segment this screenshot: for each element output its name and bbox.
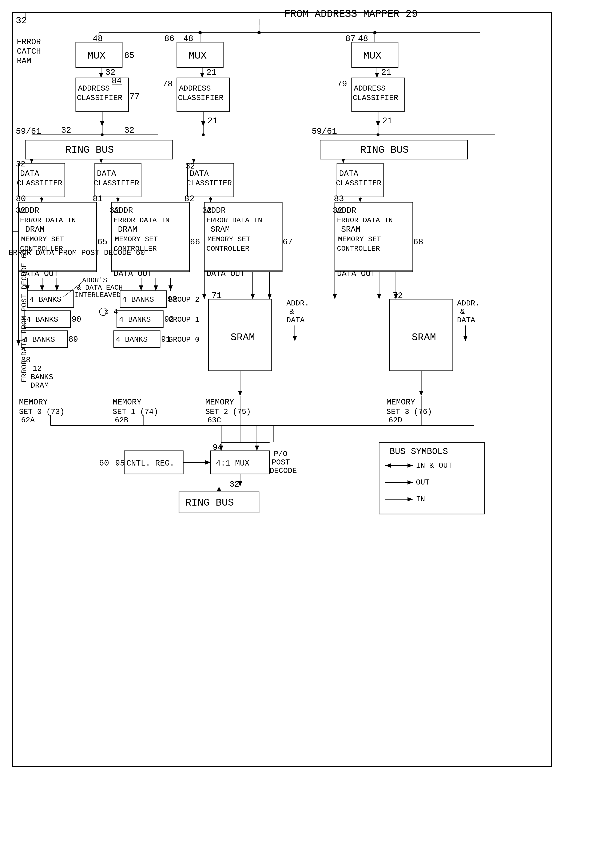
svg-text:32: 32 — [16, 160, 25, 169]
svg-text:GROUP 0: GROUP 0 — [169, 335, 199, 344]
svg-text:MEMORY SET: MEMORY SET — [208, 235, 250, 243]
svg-text:MEMORY: MEMORY — [113, 398, 142, 407]
error-catch-ram: ERROR — [17, 37, 41, 46]
svg-text:MEMORY: MEMORY — [19, 398, 48, 407]
svg-text:4 BANKS: 4 BANKS — [116, 335, 148, 344]
svg-text:4:1 MUX: 4:1 MUX — [216, 459, 250, 468]
svg-text:ERROR DATA IN: ERROR DATA IN — [337, 216, 393, 224]
svg-text:4 BANKS: 4 BANKS — [119, 315, 151, 324]
svg-text:48: 48 — [358, 34, 368, 43]
svg-text:DATA: DATA — [20, 169, 39, 178]
svg-text:21: 21 — [206, 68, 217, 77]
mux-85-label: MUX — [87, 50, 106, 61]
svg-text:&: & — [460, 308, 465, 316]
mux-86-label: MUX — [188, 50, 206, 61]
svg-text:78: 78 — [163, 79, 173, 89]
mux-87-label: MUX — [363, 50, 381, 61]
svg-text:MEMORY SET: MEMORY SET — [338, 235, 381, 243]
svg-text:32: 32 — [185, 162, 195, 171]
svg-text:DRAM: DRAM — [25, 225, 45, 234]
svg-text:DATA: DATA — [286, 316, 305, 325]
svg-point-55 — [202, 133, 205, 136]
svg-text:SRAM: SRAM — [412, 332, 436, 343]
svg-text:CLASSIFIER: CLASSIFIER — [17, 179, 62, 188]
svg-text:62A: 62A — [21, 416, 35, 425]
svg-text:12: 12 — [33, 364, 42, 373]
svg-text:ADDR.: ADDR. — [457, 299, 480, 308]
svg-text:65: 65 — [97, 237, 108, 247]
svg-text:ERROR DATA FROM POST DECODE 60: ERROR DATA FROM POST DECODE 60 — [8, 248, 145, 257]
svg-text:21: 21 — [208, 116, 218, 126]
svg-text:RING BUS: RING BUS — [360, 144, 408, 156]
svg-text:4 BANKS: 4 BANKS — [30, 295, 61, 304]
svg-text:DATA: DATA — [457, 316, 475, 325]
svg-text:32: 32 — [16, 206, 25, 215]
svg-text:& DATA EACH: & DATA EACH — [77, 284, 123, 292]
svg-text:MEMORY SET: MEMORY SET — [115, 235, 158, 243]
svg-text:SRAM: SRAM — [211, 225, 230, 234]
svg-text:ERROR DATA IN: ERROR DATA IN — [20, 216, 76, 224]
svg-text:P/O: P/O — [274, 450, 287, 458]
svg-text:84: 84 — [112, 76, 122, 86]
svg-text:IN: IN — [416, 495, 425, 504]
svg-text:SRAM: SRAM — [230, 332, 255, 343]
svg-text:&: & — [290, 308, 294, 316]
svg-text:ADDRESS: ADDRESS — [354, 84, 386, 93]
svg-text:71: 71 — [212, 291, 222, 301]
svg-text:87: 87 — [345, 34, 356, 43]
svg-text:4 BANKS: 4 BANKS — [122, 295, 154, 304]
svg-text:68: 68 — [413, 237, 423, 247]
svg-text:DRAM: DRAM — [30, 381, 49, 390]
svg-text:CONTROLLER: CONTROLLER — [337, 245, 380, 253]
svg-text:BANKS: BANKS — [30, 373, 53, 382]
svg-text:60: 60 — [99, 459, 109, 468]
svg-text:ADDRESS: ADDRESS — [179, 84, 211, 93]
svg-text:72: 72 — [393, 291, 403, 301]
svg-text:GROUP 2: GROUP 2 — [169, 296, 199, 304]
svg-text:DECODE: DECODE — [269, 467, 297, 475]
svg-text:32: 32 — [109, 206, 119, 215]
svg-text:21: 21 — [381, 68, 391, 77]
svg-text:79: 79 — [337, 79, 347, 89]
svg-text:95: 95 — [115, 459, 125, 468]
svg-text:SET 3 (76): SET 3 (76) — [386, 408, 432, 416]
svg-text:SET 2 (75): SET 2 (75) — [205, 408, 251, 416]
ref-32-top: 32 — [16, 15, 27, 26]
svg-text:4 BANKS: 4 BANKS — [26, 315, 58, 324]
svg-text:RING BUS: RING BUS — [65, 144, 114, 156]
svg-text:x 4: x 4 — [104, 308, 118, 316]
svg-text:INTERLEAVED: INTERLEAVED — [75, 291, 121, 299]
svg-text:RAM: RAM — [17, 57, 31, 66]
svg-text:CONTROLLER: CONTROLLER — [206, 245, 249, 253]
svg-text:CATCH: CATCH — [17, 47, 41, 56]
svg-text:RING BUS: RING BUS — [185, 497, 234, 509]
svg-text:MEMORY SET: MEMORY SET — [21, 235, 64, 243]
svg-text:CLASSIFIER: CLASSIFIER — [336, 179, 381, 188]
diagram-container: FROM ADDRESS MAPPER 29 32 ERROR CATCH RA… — [0, 0, 616, 850]
svg-text:POST: POST — [272, 458, 290, 467]
svg-text:CNTL. REG.: CNTL. REG. — [126, 459, 174, 468]
svg-text:32: 32 — [202, 206, 212, 215]
svg-text:32: 32 — [61, 126, 71, 135]
svg-text:ADDRESS: ADDRESS — [78, 84, 110, 93]
svg-text:GROUP 1: GROUP 1 — [169, 316, 199, 324]
svg-text:CLASSIFIER: CLASSIFIER — [353, 94, 398, 102]
svg-text:62B: 62B — [115, 416, 129, 425]
svg-text:90: 90 — [72, 315, 81, 324]
svg-text:SET 0 (73): SET 0 (73) — [19, 408, 64, 416]
svg-text:CLASSIFIER: CLASSIFIER — [186, 179, 232, 188]
svg-text:ERROR DATA IN: ERROR DATA IN — [114, 216, 169, 224]
svg-text:32: 32 — [124, 126, 135, 135]
svg-text:ADDR.: ADDR. — [286, 299, 309, 308]
svg-text:ERROR DATA IN: ERROR DATA IN — [206, 216, 262, 224]
svg-text:DRAM: DRAM — [118, 225, 137, 234]
svg-text:BUS SYMBOLS: BUS SYMBOLS — [390, 447, 448, 457]
svg-text:89: 89 — [69, 335, 78, 344]
svg-text:86: 86 — [164, 34, 174, 43]
svg-text:62D: 62D — [389, 416, 402, 425]
from-address-mapper-label: FROM ADDRESS MAPPER 29 — [284, 8, 418, 20]
svg-text:DATA: DATA — [97, 169, 116, 178]
svg-text:CLASSIFIER: CLASSIFIER — [77, 94, 123, 102]
svg-text:32: 32 — [333, 206, 342, 215]
svg-text:CLASSIFIER: CLASSIFIER — [94, 179, 139, 188]
